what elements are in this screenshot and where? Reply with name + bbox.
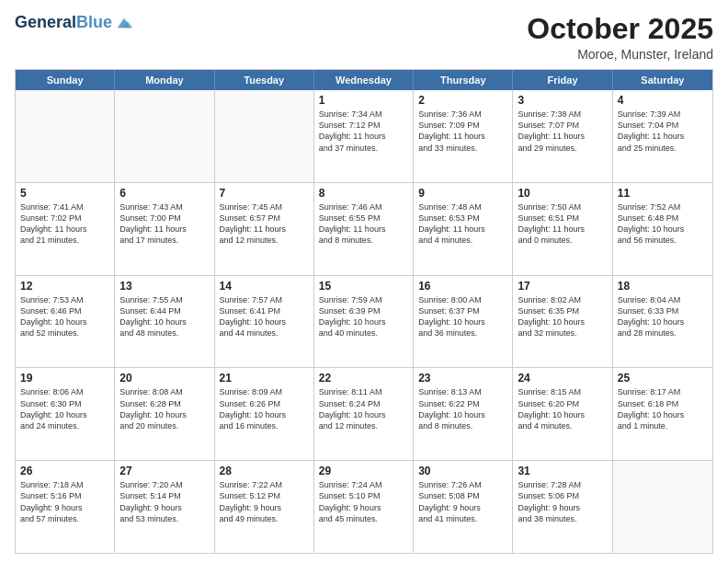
day-number: 13 bbox=[119, 280, 209, 293]
day-cell-2: 2Sunrise: 7:36 AMSunset: 7:09 PMDaylight… bbox=[414, 90, 513, 182]
calendar-body: 1Sunrise: 7:34 AMSunset: 7:12 PMDaylight… bbox=[16, 90, 712, 553]
empty-cell bbox=[215, 90, 314, 182]
day-info: Sunrise: 7:18 AMSunset: 5:16 PMDaylight:… bbox=[20, 479, 109, 524]
week-row-1: 1Sunrise: 7:34 AMSunset: 7:12 PMDaylight… bbox=[16, 90, 712, 182]
day-number: 29 bbox=[319, 465, 408, 477]
day-cell-5: 5Sunrise: 7:41 AMSunset: 7:02 PMDaylight… bbox=[16, 183, 115, 275]
day-number: 23 bbox=[418, 372, 507, 385]
day-info: Sunrise: 7:50 AMSunset: 6:51 PMDaylight:… bbox=[518, 201, 607, 247]
day-cell-17: 17Sunrise: 8:02 AMSunset: 6:35 PMDayligh… bbox=[513, 276, 612, 368]
day-number: 20 bbox=[119, 372, 209, 385]
day-info: Sunrise: 7:41 AMSunset: 7:02 PMDaylight:… bbox=[20, 201, 109, 247]
week-row-2: 5Sunrise: 7:41 AMSunset: 7:02 PMDaylight… bbox=[16, 182, 712, 275]
day-cell-27: 27Sunrise: 7:20 AMSunset: 5:14 PMDayligh… bbox=[115, 461, 214, 553]
day-number: 31 bbox=[518, 465, 607, 477]
day-info: Sunrise: 7:53 AMSunset: 6:46 PMDaylight:… bbox=[20, 294, 109, 339]
week-row-5: 26Sunrise: 7:18 AMSunset: 5:16 PMDayligh… bbox=[16, 460, 712, 553]
day-number: 7 bbox=[220, 187, 309, 200]
day-number: 17 bbox=[518, 280, 607, 293]
day-info: Sunrise: 7:59 AMSunset: 6:39 PMDaylight:… bbox=[319, 294, 408, 339]
day-number: 25 bbox=[618, 372, 708, 385]
day-cell-1: 1Sunrise: 7:34 AMSunset: 7:12 PMDaylight… bbox=[314, 90, 414, 182]
day-cell-14: 14Sunrise: 7:57 AMSunset: 6:41 PMDayligh… bbox=[215, 276, 314, 368]
day-header-monday: Monday bbox=[115, 70, 214, 90]
day-cell-13: 13Sunrise: 7:55 AMSunset: 6:44 PMDayligh… bbox=[115, 276, 214, 368]
day-info: Sunrise: 7:57 AMSunset: 6:41 PMDaylight:… bbox=[220, 294, 309, 339]
day-info: Sunrise: 7:24 AMSunset: 5:10 PMDaylight:… bbox=[319, 479, 408, 524]
day-number: 14 bbox=[220, 280, 309, 293]
day-cell-24: 24Sunrise: 8:15 AMSunset: 6:20 PMDayligh… bbox=[513, 368, 612, 460]
day-number: 9 bbox=[418, 187, 507, 200]
day-cell-16: 16Sunrise: 8:00 AMSunset: 6:37 PMDayligh… bbox=[414, 276, 513, 368]
day-cell-19: 19Sunrise: 8:06 AMSunset: 6:30 PMDayligh… bbox=[16, 368, 115, 460]
day-number: 21 bbox=[220, 372, 309, 385]
day-number: 3 bbox=[518, 94, 607, 107]
calendar: SundayMondayTuesdayWednesdayThursdayFrid… bbox=[15, 69, 713, 554]
day-number: 26 bbox=[20, 465, 109, 477]
day-cell-31: 31Sunrise: 7:28 AMSunset: 5:06 PMDayligh… bbox=[513, 461, 612, 553]
day-number: 12 bbox=[20, 280, 109, 293]
day-info: Sunrise: 8:08 AMSunset: 6:28 PMDaylight:… bbox=[119, 386, 209, 431]
day-info: Sunrise: 7:48 AMSunset: 6:53 PMDaylight:… bbox=[418, 201, 507, 247]
title-block: October 2025 Moroe, Munster, Ireland bbox=[527, 13, 713, 62]
day-info: Sunrise: 7:38 AMSunset: 7:07 PMDaylight:… bbox=[518, 109, 607, 154]
day-info: Sunrise: 7:34 AMSunset: 7:12 PMDaylight:… bbox=[319, 109, 408, 154]
day-cell-25: 25Sunrise: 8:17 AMSunset: 6:18 PMDayligh… bbox=[613, 368, 712, 460]
page: GeneralBlue October 2025 Moroe, Munster,… bbox=[0, 0, 728, 563]
day-info: Sunrise: 8:17 AMSunset: 6:18 PMDaylight:… bbox=[618, 386, 708, 431]
day-number: 8 bbox=[319, 187, 408, 200]
day-cell-8: 8Sunrise: 7:46 AMSunset: 6:55 PMDaylight… bbox=[314, 183, 414, 275]
header: GeneralBlue October 2025 Moroe, Munster,… bbox=[15, 13, 713, 62]
day-header-tuesday: Tuesday bbox=[215, 70, 314, 90]
day-cell-6: 6Sunrise: 7:43 AMSunset: 7:00 PMDaylight… bbox=[115, 183, 214, 275]
day-cell-15: 15Sunrise: 7:59 AMSunset: 6:39 PMDayligh… bbox=[314, 276, 414, 368]
day-number: 19 bbox=[20, 372, 109, 385]
day-info: Sunrise: 7:55 AMSunset: 6:44 PMDaylight:… bbox=[119, 294, 209, 339]
day-info: Sunrise: 7:46 AMSunset: 6:55 PMDaylight:… bbox=[319, 201, 408, 247]
day-info: Sunrise: 8:06 AMSunset: 6:30 PMDaylight:… bbox=[20, 386, 109, 431]
day-cell-29: 29Sunrise: 7:24 AMSunset: 5:10 PMDayligh… bbox=[314, 461, 414, 553]
empty-cell bbox=[16, 90, 115, 182]
day-cell-20: 20Sunrise: 8:08 AMSunset: 6:28 PMDayligh… bbox=[115, 368, 214, 460]
day-cell-7: 7Sunrise: 7:45 AMSunset: 6:57 PMDaylight… bbox=[215, 183, 314, 275]
day-cell-21: 21Sunrise: 8:09 AMSunset: 6:26 PMDayligh… bbox=[215, 368, 314, 460]
day-info: Sunrise: 7:39 AMSunset: 7:04 PMDaylight:… bbox=[618, 109, 708, 154]
logo-icon bbox=[114, 13, 134, 33]
empty-cell bbox=[115, 90, 214, 182]
day-header-sunday: Sunday bbox=[16, 70, 115, 90]
calendar-header: SundayMondayTuesdayWednesdayThursdayFrid… bbox=[16, 70, 712, 90]
day-info: Sunrise: 8:04 AMSunset: 6:33 PMDaylight:… bbox=[618, 294, 708, 339]
day-number: 27 bbox=[119, 465, 209, 477]
day-info: Sunrise: 7:52 AMSunset: 6:48 PMDaylight:… bbox=[618, 201, 708, 247]
day-number: 16 bbox=[418, 280, 507, 293]
day-cell-10: 10Sunrise: 7:50 AMSunset: 6:51 PMDayligh… bbox=[513, 183, 612, 275]
day-cell-3: 3Sunrise: 7:38 AMSunset: 7:07 PMDaylight… bbox=[513, 90, 612, 182]
day-info: Sunrise: 7:43 AMSunset: 7:00 PMDaylight:… bbox=[119, 201, 209, 247]
day-cell-23: 23Sunrise: 8:13 AMSunset: 6:22 PMDayligh… bbox=[414, 368, 513, 460]
day-cell-28: 28Sunrise: 7:22 AMSunset: 5:12 PMDayligh… bbox=[215, 461, 314, 553]
day-cell-12: 12Sunrise: 7:53 AMSunset: 6:46 PMDayligh… bbox=[16, 276, 115, 368]
day-header-wednesday: Wednesday bbox=[314, 70, 414, 90]
day-cell-18: 18Sunrise: 8:04 AMSunset: 6:33 PMDayligh… bbox=[613, 276, 712, 368]
day-cell-9: 9Sunrise: 7:48 AMSunset: 6:53 PMDaylight… bbox=[414, 183, 513, 275]
day-info: Sunrise: 8:13 AMSunset: 6:22 PMDaylight:… bbox=[418, 386, 507, 431]
week-row-4: 19Sunrise: 8:06 AMSunset: 6:30 PMDayligh… bbox=[16, 367, 712, 460]
day-header-saturday: Saturday bbox=[613, 70, 712, 90]
month-title: October 2025 bbox=[527, 13, 713, 45]
day-info: Sunrise: 8:00 AMSunset: 6:37 PMDaylight:… bbox=[418, 294, 507, 339]
day-number: 18 bbox=[618, 280, 708, 293]
day-number: 4 bbox=[618, 94, 708, 107]
day-number: 28 bbox=[220, 465, 309, 477]
day-info: Sunrise: 8:09 AMSunset: 6:26 PMDaylight:… bbox=[220, 386, 309, 431]
day-info: Sunrise: 7:45 AMSunset: 6:57 PMDaylight:… bbox=[220, 201, 309, 247]
day-info: Sunrise: 8:15 AMSunset: 6:20 PMDaylight:… bbox=[518, 386, 607, 431]
day-number: 2 bbox=[418, 94, 507, 107]
week-row-3: 12Sunrise: 7:53 AMSunset: 6:46 PMDayligh… bbox=[16, 275, 712, 368]
logo-text: GeneralBlue bbox=[15, 14, 112, 32]
day-cell-22: 22Sunrise: 8:11 AMSunset: 6:24 PMDayligh… bbox=[314, 368, 414, 460]
day-number: 30 bbox=[418, 465, 507, 477]
day-info: Sunrise: 7:20 AMSunset: 5:14 PMDaylight:… bbox=[119, 479, 209, 524]
day-number: 15 bbox=[319, 280, 408, 293]
day-info: Sunrise: 7:22 AMSunset: 5:12 PMDaylight:… bbox=[220, 479, 309, 524]
day-info: Sunrise: 7:36 AMSunset: 7:09 PMDaylight:… bbox=[418, 109, 507, 154]
